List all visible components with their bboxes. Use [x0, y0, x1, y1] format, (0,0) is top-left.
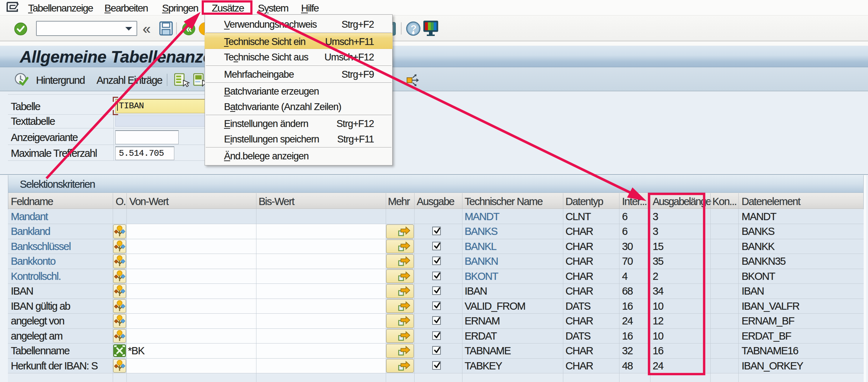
- svg-text:«: «: [186, 23, 192, 35]
